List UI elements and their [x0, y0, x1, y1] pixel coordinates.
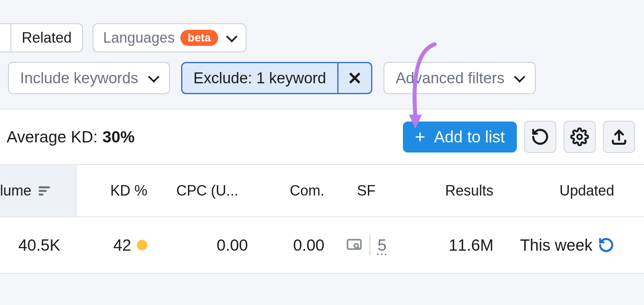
cell-kd: 42: [76, 217, 157, 273]
beta-badge: beta: [180, 30, 218, 46]
sort-icon: [39, 186, 50, 196]
settings-button[interactable]: [564, 121, 596, 153]
avg-kd-value: 30%: [103, 128, 135, 146]
col-kd[interactable]: KD %: [76, 165, 157, 216]
avg-kd-label: Average KD:: [7, 128, 98, 146]
tab-group: h Related: [0, 23, 83, 52]
kd-difficulty-dot: [137, 240, 147, 250]
export-icon: [610, 128, 628, 146]
advanced-filters-dropdown[interactable]: Advanced filters: [384, 62, 536, 94]
results-stats: 20 Average KD: 30%: [0, 128, 135, 146]
table-row[interactable]: 40.5K 42 0.00 0.00 5 11.6M: [0, 217, 644, 274]
exclude-clear-button[interactable]: ✕: [339, 63, 371, 93]
tab-match[interactable]: h: [0, 24, 11, 52]
results-toolbar: 20 Average KD: 30% + Add to list: [0, 109, 644, 165]
col-sf[interactable]: SF: [334, 165, 398, 216]
plus-icon: +: [415, 128, 425, 146]
col-results[interactable]: Results: [398, 165, 503, 216]
sf-count: 5: [378, 236, 386, 254]
cell-cpc: 0.00: [157, 217, 258, 273]
cell-com: 0.00: [258, 217, 334, 273]
cell-updated[interactable]: This week: [503, 217, 624, 273]
col-cpc[interactable]: CPC (U...: [157, 165, 258, 216]
advanced-label: Advanced filters: [396, 70, 504, 87]
include-keywords-filter[interactable]: Include keywords: [8, 62, 170, 94]
col-com[interactable]: Com.: [258, 165, 334, 216]
col-volume[interactable]: olume: [0, 165, 76, 216]
tab-related[interactable]: Related: [11, 24, 82, 52]
chevron-down-icon: [148, 71, 159, 82]
chevron-down-icon: [226, 31, 237, 42]
svg-point-0: [577, 134, 582, 139]
serp-features: 5: [346, 235, 386, 255]
export-button[interactable]: [603, 121, 635, 153]
add-to-list-button[interactable]: + Add to list: [403, 122, 517, 152]
cell-sf[interactable]: 5: [334, 217, 398, 273]
refresh-icon: [531, 128, 549, 146]
add-to-list-label: Add to list: [434, 128, 505, 146]
cell-volume: 40.5K: [0, 217, 76, 273]
chevron-down-icon: [514, 71, 525, 82]
refresh-icon: [598, 237, 614, 253]
refresh-button[interactable]: [524, 121, 556, 153]
include-label: Include keywords: [20, 70, 138, 87]
close-icon: ✕: [347, 68, 362, 89]
gear-icon: [570, 128, 589, 146]
serp-icon: [346, 237, 362, 253]
exclude-keywords-filter[interactable]: Exclude: 1 keyword ✕: [181, 62, 373, 94]
languages-dropdown[interactable]: Languages beta: [93, 23, 246, 52]
col-updated[interactable]: Updated: [503, 165, 624, 216]
filter-row: Include keywords Exclude: 1 keyword ✕ Ad…: [0, 62, 644, 109]
cell-results: 11.6M: [398, 217, 503, 273]
exclude-label: Exclude: 1 keyword: [182, 63, 339, 93]
tab-row: h Related Languages beta: [0, 0, 644, 62]
keywords-table: olume KD % CPC (U... Com. SF Results Upd…: [0, 165, 644, 274]
table-header: olume KD % CPC (U... Com. SF Results Upd…: [0, 165, 644, 217]
languages-label: Languages: [103, 29, 175, 46]
results-panel: 20 Average KD: 30% + Add to list: [0, 109, 644, 274]
